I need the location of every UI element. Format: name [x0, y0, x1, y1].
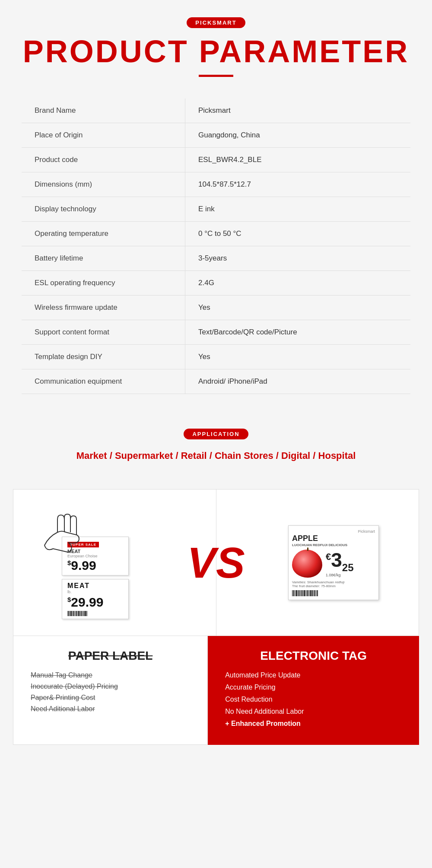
param-value: Text/Barcode/QR code/Picture — [185, 320, 410, 345]
app-categories: Market / Supermarket / Retail / Chain St… — [9, 448, 423, 463]
table-row: Communication equipment Android/ iPhone/… — [22, 369, 410, 394]
elec-detail2: The fruit diameter: 75-80mm — [292, 584, 375, 588]
list-item: Accurate Pricing — [225, 684, 402, 691]
param-value: Picksmart — [185, 99, 410, 123]
table-row: Support content format Text/Barcode/QR c… — [22, 320, 410, 345]
param-value: Yes — [185, 296, 410, 320]
header-section: PICKSMART PRODUCT PARAMETER — [0, 0, 432, 99]
hand-icon — [36, 511, 88, 554]
param-label: Support content format — [22, 320, 185, 345]
list-item: Paper& Printing Cost — [31, 694, 190, 702]
apple-illustration — [292, 550, 322, 578]
paper-label-list: Manual Tag ChangeInoccurate (Delayed) Pr… — [31, 671, 190, 713]
tag-price-low: $29.99 — [67, 595, 123, 609]
param-value: Guangdong, China — [185, 123, 410, 148]
comparison-section: PAPER LABEL Manual Tag ChangeInoccurate … — [13, 636, 419, 745]
table-row: Battery lifetime 3-5years — [22, 246, 410, 271]
table-row: Operating temperature 0 °C to 50 °C — [22, 222, 410, 246]
meat-label: MEAT — [67, 582, 123, 590]
list-item: + Enhanced Promotion — [225, 720, 402, 728]
table-row: Dimensions (mm) 104.5*87.5*12.7 — [22, 172, 410, 197]
param-value: E ink — [185, 197, 410, 222]
table-row: Product code ESL_BWR4.2_BLE — [22, 148, 410, 172]
paper-label-title: PAPER LABEL — [31, 649, 190, 663]
param-label: Wireless firmware update — [22, 296, 185, 320]
app-badge: APPLICATION — [184, 429, 248, 439]
application-section: APPLICATION Market / Supermarket / Retai… — [0, 420, 432, 489]
vs-left: SUPER SALE MEAT European Choise $9.99 ME… — [13, 502, 184, 623]
param-value: 3-5years — [185, 246, 410, 271]
bottom-price-tag: MEAT lb. $29.99 — [62, 579, 129, 619]
elec-body: €325 1.08€/kg — [292, 550, 375, 578]
param-label: Dimensions (mm) — [22, 172, 185, 197]
comparison-right: ELECTRONIC TAG Automated Price UpdateAcc… — [208, 636, 419, 745]
table-row: Place of Origin Guangdong, China — [22, 123, 410, 148]
param-value: 2.4G — [185, 271, 410, 296]
elec-variety: LUOCHUAN REDFUJI DELICIOUS — [292, 543, 375, 547]
param-label: ESL operating frequency — [22, 271, 185, 296]
param-label: Template design DIY — [22, 345, 185, 369]
list-item: Automated Price Update — [225, 671, 402, 679]
elec-price-main: €325 — [326, 550, 354, 573]
param-label: Battery lifetime — [22, 246, 185, 271]
param-value: 104.5*87.5*12.7 — [185, 172, 410, 197]
list-item: Manual Tag Change — [31, 671, 190, 679]
elec-price-int: 3 — [331, 549, 342, 571]
param-value: ESL_BWR4.2_BLE — [185, 148, 410, 172]
elec-brand-label: Picksmart — [292, 529, 375, 534]
vs-section: SUPER SALE MEAT European Choise $9.99 ME… — [13, 489, 419, 636]
table-row: ESL operating frequency 2.4G — [22, 271, 410, 296]
elec-per-kg: 1.08€/kg — [326, 573, 354, 577]
param-label: Product code — [22, 148, 185, 172]
table-row: Brand Name Picksmart — [22, 99, 410, 123]
barcode-bottom — [67, 611, 123, 616]
list-item: Need Aditional Labor — [31, 705, 190, 713]
apple-stem — [307, 547, 308, 551]
param-value: Android/ iPhone/iPad — [185, 369, 410, 394]
comparison-left: PAPER LABEL Manual Tag ChangeInoccurate … — [13, 636, 208, 745]
elec-detail1: Varieties: Shankhuanchuan redfuji — [292, 580, 375, 584]
list-item: No Need Additional Labor — [225, 708, 402, 715]
param-label: Communication equipment — [22, 369, 185, 394]
elec-tag-title: ELECTRONIC TAG — [225, 649, 402, 663]
elec-price-sup: € — [326, 551, 331, 562]
parameter-table: Brand Name Picksmart Place of Origin Gua… — [22, 99, 410, 394]
elec-tag-list: Automated Price UpdateAccurate PricingCo… — [225, 671, 402, 728]
param-value: 0 °C to 50 °C — [185, 222, 410, 246]
electronic-tag-visual: Picksmart APPLE LUOCHUAN REDFUJI DELICIO… — [288, 525, 379, 600]
vs-label: VS — [187, 541, 245, 584]
table-row: Display technology E ink — [22, 197, 410, 222]
tag-sub: European Choise — [67, 554, 123, 558]
param-value: Yes — [185, 345, 410, 369]
param-label: Display technology — [22, 197, 185, 222]
main-title: PRODUCT PARAMETER — [9, 36, 423, 67]
vs-right: Picksmart APPLE LUOCHUAN REDFUJI DELICIO… — [248, 517, 419, 609]
table-row: Template design DIY Yes — [22, 345, 410, 369]
elec-barcode — [292, 590, 375, 596]
elec-price-cents: 25 — [342, 562, 354, 573]
elec-price-area: €325 1.08€/kg — [326, 550, 354, 577]
list-item: Cost Reduction — [225, 696, 402, 703]
paper-label-visual: SUPER SALE MEAT European Choise $9.99 ME… — [36, 511, 161, 614]
table-row: Wireless firmware update Yes — [22, 296, 410, 320]
list-item: Inoccurate (Delayed) Pricing — [31, 683, 190, 690]
param-label: Brand Name — [22, 99, 185, 123]
param-label: Operating temperature — [22, 222, 185, 246]
brand-badge: PICKSMART — [187, 17, 245, 28]
param-label: Place of Origin — [22, 123, 185, 148]
title-underline — [199, 75, 233, 77]
tag-price-high: $9.99 — [67, 558, 123, 572]
elec-product-name: APPLE — [292, 534, 375, 543]
bottom-tag-sub: lb. — [67, 590, 123, 594]
